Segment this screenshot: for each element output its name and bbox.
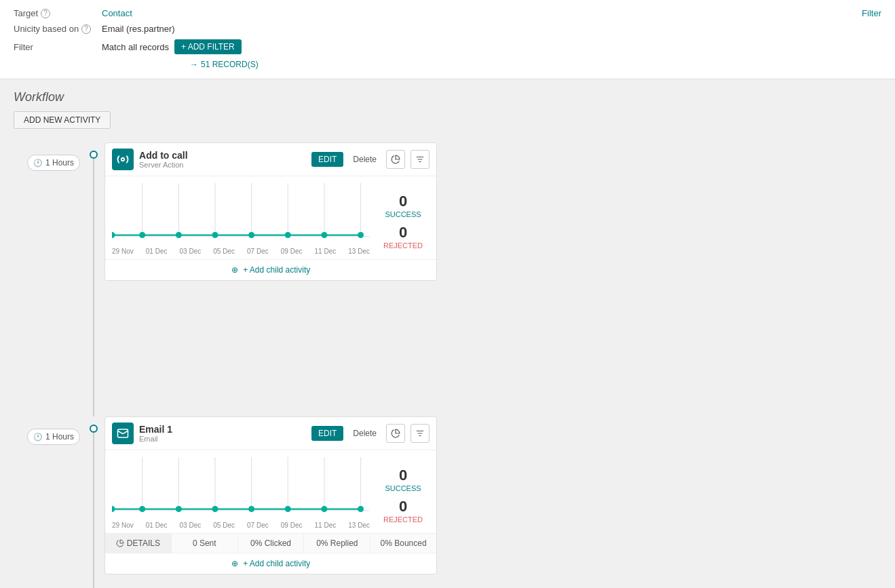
chart-container-2: 29 Nov 01 Dec 03 Dec 05 Dec 07 Dec 09 De… bbox=[112, 457, 370, 533]
svg-point-39 bbox=[358, 506, 364, 512]
clock-icon-2: 🕐 bbox=[33, 433, 43, 442]
svg-point-33 bbox=[139, 506, 145, 512]
unicity-label: Unicity based on ? bbox=[14, 24, 102, 34]
unicity-question[interactable]: ? bbox=[81, 24, 91, 34]
add-filter-button[interactable]: + ADD FILTER bbox=[174, 39, 242, 54]
svg-point-37 bbox=[285, 506, 291, 512]
timeline-line-2 bbox=[93, 433, 94, 588]
sent-stat[interactable]: 0 Sent bbox=[172, 534, 238, 553]
plus-circle-icon-1: ⊕ bbox=[231, 265, 238, 275]
filter-row: Filter Match all records + ADD FILTER bbox=[14, 39, 881, 54]
rejected-label-1: REJECTED bbox=[383, 241, 423, 250]
filter-label: Filter bbox=[14, 42, 102, 52]
target-contact-link[interactable]: Contact bbox=[102, 8, 132, 18]
records-link[interactable]: → 51 RECORD(S) bbox=[190, 60, 881, 69]
records-arrow: → bbox=[190, 60, 198, 69]
svg-point-14 bbox=[176, 232, 182, 238]
x-axis-labels-1: 29 Nov 01 Dec 03 Dec 05 Dec 07 Dec 09 De… bbox=[112, 246, 370, 259]
records-text: 51 RECORD(S) bbox=[201, 60, 259, 69]
chart-stats-1: 0 SUCCESS 0 REJECTED bbox=[377, 183, 430, 259]
activity-card-2: Email 1 Email EDIT Delete bbox=[104, 416, 437, 574]
success-stat-2: 0 SUCCESS bbox=[385, 467, 421, 492]
edit-button-1[interactable]: EDIT bbox=[311, 152, 343, 167]
chart-svg-2 bbox=[112, 457, 370, 518]
svg-point-0 bbox=[121, 158, 125, 161]
add-child-2[interactable]: ⊕ + Add child activity bbox=[105, 553, 436, 574]
card-title-1: Add to call Server Action bbox=[139, 150, 306, 169]
x-axis-labels-2: 29 Nov 01 Dec 03 Dec 05 Dec 07 Dec 09 De… bbox=[112, 520, 370, 533]
workflow-section: Workflow ADD NEW ACTIVITY 🕐 1 Hours bbox=[0, 79, 895, 588]
replied-stat[interactable]: 0% Replied bbox=[304, 534, 370, 553]
success-num-2: 0 bbox=[385, 467, 421, 484]
activity-card-1: Add to call Server Action EDIT Delete bbox=[104, 142, 437, 281]
svg-point-12 bbox=[112, 232, 115, 238]
filter-button-1[interactable] bbox=[411, 150, 430, 169]
timeline: 🕐 1 Hours Add to call Server Action bbox=[14, 129, 881, 588]
svg-point-13 bbox=[139, 232, 145, 238]
workflow-title: Workflow bbox=[14, 90, 881, 104]
target-label: Target ? bbox=[14, 8, 102, 18]
time-value-1: 1 Hours bbox=[45, 158, 74, 168]
pie-chart-button-2[interactable] bbox=[386, 424, 405, 443]
unicity-row: Unicity based on ? Email (res.partner) bbox=[14, 24, 881, 34]
chart-area-2: 29 Nov 01 Dec 03 Dec 05 Dec 07 Dec 09 De… bbox=[105, 450, 436, 533]
activity-title-1: Add to call bbox=[139, 150, 306, 161]
svg-point-35 bbox=[212, 506, 218, 512]
time-label-1: 🕐 1 Hours bbox=[27, 155, 80, 171]
add-child-1[interactable]: ⊕ + Add child activity bbox=[105, 259, 436, 280]
chart-svg-1 bbox=[112, 183, 370, 244]
email-footer: DETAILS 0 Sent 0% Clicked 0% Replied 0% … bbox=[105, 533, 436, 553]
add-child-text-2: + Add child activity bbox=[243, 559, 310, 568]
delete-button-1[interactable]: Delete bbox=[349, 152, 381, 167]
bounced-stat[interactable]: 0% Bounced bbox=[370, 534, 436, 553]
details-text: DETAILS bbox=[127, 538, 160, 548]
rejected-num-2: 0 bbox=[383, 498, 423, 515]
card-title-2: Email 1 Email bbox=[139, 424, 306, 443]
svg-point-15 bbox=[212, 232, 218, 238]
svg-point-18 bbox=[321, 232, 327, 238]
card-header-2: Email 1 Email EDIT Delete bbox=[105, 417, 436, 450]
timeline-line-1 bbox=[93, 159, 94, 416]
top-info-section: Target ? Contact Filter Unicity based on… bbox=[0, 0, 895, 79]
match-text: Match all records bbox=[102, 42, 169, 52]
svg-point-19 bbox=[358, 232, 364, 238]
card-icon-2 bbox=[112, 423, 134, 444]
rejected-label-2: REJECTED bbox=[383, 515, 423, 524]
unicity-value: Email (res.partner) bbox=[102, 24, 175, 34]
clicked-stat[interactable]: 0% Clicked bbox=[238, 534, 305, 553]
activity-row-2: 🕐 1 Hours Email 1 Email EDIT bbox=[27, 416, 881, 588]
chart-container-1: 29 Nov 01 Dec 03 Dec 05 Dec 07 Dec 09 De… bbox=[112, 183, 370, 259]
clock-icon-1: 🕐 bbox=[33, 159, 43, 168]
svg-point-32 bbox=[112, 506, 115, 512]
details-button[interactable]: DETAILS bbox=[105, 534, 172, 553]
chart-stats-2: 0 SUCCESS 0 REJECTED bbox=[377, 457, 430, 533]
time-value-2: 1 Hours bbox=[45, 432, 74, 442]
activity-row-1: 🕐 1 Hours Add to call Server Action bbox=[27, 142, 881, 416]
unicity-label-text: Unicity based on bbox=[14, 24, 79, 34]
timeline-dot-2 bbox=[90, 425, 98, 433]
activity-subtitle-1: Server Action bbox=[139, 161, 306, 169]
card-header-1: Add to call Server Action EDIT Delete bbox=[105, 143, 436, 176]
success-label-1: SUCCESS bbox=[385, 210, 421, 218]
svg-point-17 bbox=[285, 232, 291, 238]
filter-button-2[interactable] bbox=[411, 424, 430, 443]
activity-title-2: Email 1 bbox=[139, 424, 306, 435]
rejected-stat-1: 0 REJECTED bbox=[383, 224, 423, 250]
delete-button-2[interactable]: Delete bbox=[349, 426, 381, 441]
chart-area-1: 29 Nov 01 Dec 03 Dec 05 Dec 07 Dec 09 De… bbox=[105, 176, 436, 259]
filter-link[interactable]: Filter bbox=[862, 8, 881, 18]
target-value[interactable]: Contact bbox=[102, 8, 132, 18]
pie-chart-button-1[interactable] bbox=[386, 150, 405, 169]
target-question[interactable]: ? bbox=[41, 9, 50, 18]
target-label-text: Target bbox=[14, 8, 38, 18]
plus-circle-icon-2: ⊕ bbox=[231, 559, 238, 568]
edit-button-2[interactable]: EDIT bbox=[311, 426, 343, 441]
add-new-activity-button[interactable]: ADD NEW ACTIVITY bbox=[14, 111, 111, 129]
target-row: Target ? Contact Filter bbox=[14, 8, 881, 18]
records-info: → 51 RECORD(S) bbox=[102, 60, 881, 69]
time-label-2: 🕐 1 Hours bbox=[27, 429, 80, 445]
rejected-stat-2: 0 REJECTED bbox=[383, 498, 423, 524]
activity-subtitle-2: Email bbox=[139, 435, 306, 443]
success-stat-1: 0 SUCCESS bbox=[385, 193, 421, 218]
svg-point-34 bbox=[176, 506, 182, 512]
